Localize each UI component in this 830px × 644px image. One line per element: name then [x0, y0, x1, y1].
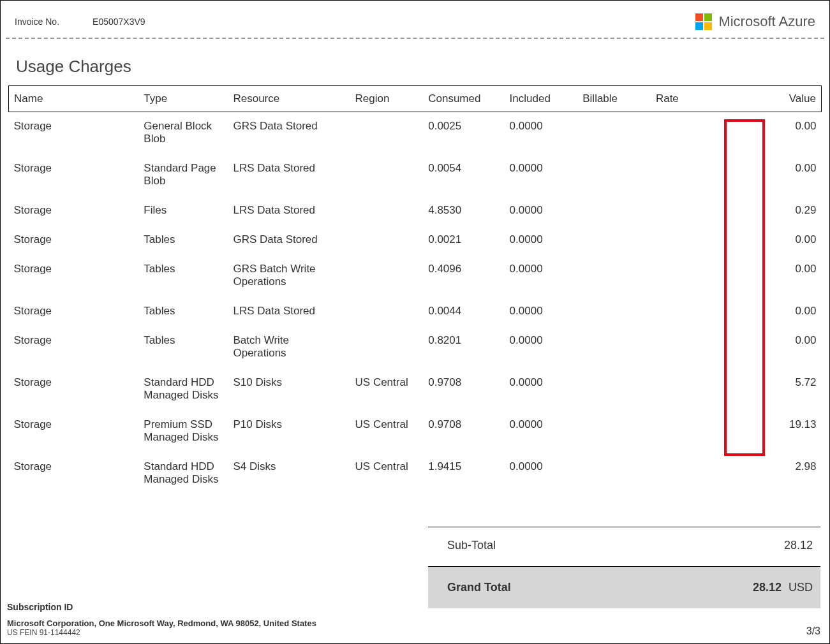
grand-total-currency: USD	[789, 581, 813, 594]
cell-rate	[651, 154, 740, 196]
section-title: Usage Charges	[16, 57, 829, 77]
cell-included: 0.0000	[505, 112, 578, 155]
cell-billable	[577, 196, 651, 226]
usage-charges-table: Name Type Resource Region Consumed Inclu…	[8, 85, 822, 495]
cell-resource: S10 Disks	[228, 369, 350, 411]
table-row: StorageGeneral Block BlobGRS Data Stored…	[9, 112, 822, 155]
cell-name: Storage	[9, 255, 139, 297]
subscription-id-label: Subscription ID	[7, 602, 820, 612]
microsoft-logo-icon	[695, 13, 712, 30]
cell-billable	[577, 226, 651, 255]
cell-included: 0.0000	[505, 326, 578, 369]
cell-rate	[651, 297, 740, 326]
cell-name: Storage	[9, 326, 139, 369]
grand-total-label: Grand Total	[447, 581, 511, 594]
col-billable: Billable	[577, 86, 651, 112]
cell-included: 0.0000	[505, 255, 578, 297]
table-row: StorageStandard Page BlobLRS Data Stored…	[9, 154, 822, 196]
cell-value: 0.00	[740, 326, 821, 369]
cell-resource: P10 Disks	[228, 411, 350, 453]
cell-billable	[577, 453, 651, 495]
cell-rate	[651, 226, 740, 255]
cell-rate	[651, 453, 740, 495]
cell-region	[350, 196, 424, 226]
invoice-number-block: Invoice No. E05007X3V9	[15, 17, 145, 27]
cell-consumed: 0.0021	[423, 226, 504, 255]
cell-included: 0.0000	[505, 369, 578, 411]
usage-table-wrap: Name Type Resource Region Consumed Inclu…	[8, 85, 822, 495]
table-row: StoragePremium SSD Managed DisksP10 Disk…	[9, 411, 822, 453]
svg-rect-1	[704, 13, 712, 21]
cell-included: 0.0000	[505, 453, 578, 495]
cell-consumed: 0.8201	[423, 326, 504, 369]
grand-total-value: 28.12	[753, 581, 782, 594]
col-name: Name	[9, 86, 139, 112]
cell-value: 0.00	[740, 297, 821, 326]
cell-resource: GRS Data Stored	[228, 112, 350, 155]
cell-region: US Central	[350, 369, 424, 411]
header-divider	[6, 38, 824, 39]
subtotal-row: Sub-Total 28.12	[428, 527, 820, 566]
company-address: Microsoft Corporation, One Microsoft Way…	[7, 618, 820, 628]
cell-consumed: 1.9415	[423, 453, 504, 495]
subtotal-label: Sub-Total	[447, 539, 496, 552]
cell-region: US Central	[350, 453, 424, 495]
table-row: StorageTablesGRS Batch Write Operations0…	[9, 255, 822, 297]
cell-rate	[651, 411, 740, 453]
cell-rate	[651, 326, 740, 369]
cell-type: General Block Blob	[138, 112, 228, 155]
cell-resource: LRS Data Stored	[228, 154, 350, 196]
cell-region	[350, 154, 424, 196]
cell-type: Standard HDD Managed Disks	[138, 369, 228, 411]
table-header-row: Name Type Resource Region Consumed Inclu…	[9, 86, 822, 112]
cell-region: US Central	[350, 411, 424, 453]
table-row: StorageTablesLRS Data Stored0.00440.0000…	[9, 297, 822, 326]
page-number: 3/3	[806, 626, 820, 637]
cell-value: 0.00	[740, 226, 821, 255]
table-row: StorageFilesLRS Data Stored4.85300.00000…	[9, 196, 822, 226]
cell-name: Storage	[9, 112, 139, 155]
cell-region	[350, 255, 424, 297]
cell-value: 2.98	[740, 453, 821, 495]
cell-name: Storage	[9, 154, 139, 196]
brand-name: Microsoft Azure	[718, 13, 815, 30]
cell-type: Tables	[138, 226, 228, 255]
cell-billable	[577, 255, 651, 297]
table-row: StorageTablesBatch Write Operations0.820…	[9, 326, 822, 369]
cell-included: 0.0000	[505, 411, 578, 453]
cell-value: 19.13	[740, 411, 821, 453]
cell-name: Storage	[9, 226, 139, 255]
svg-rect-0	[695, 13, 703, 21]
cell-consumed: 0.0054	[423, 154, 504, 196]
cell-value: 0.00	[740, 154, 821, 196]
cell-billable	[577, 297, 651, 326]
subtotal-value: 28.12	[784, 539, 813, 552]
cell-region	[350, 297, 424, 326]
brand-block: Microsoft Azure	[695, 13, 815, 30]
cell-rate	[651, 369, 740, 411]
table-row: StorageStandard HDD Managed DisksS10 Dis…	[9, 369, 822, 411]
cell-type: Tables	[138, 255, 228, 297]
cell-billable	[577, 154, 651, 196]
svg-rect-3	[704, 22, 712, 30]
cell-type: Tables	[138, 326, 228, 369]
cell-consumed: 0.0025	[423, 112, 504, 155]
cell-resource: Batch Write Operations	[228, 326, 350, 369]
cell-consumed: 0.9708	[423, 369, 504, 411]
cell-included: 0.0000	[505, 196, 578, 226]
cell-consumed: 0.0044	[423, 297, 504, 326]
cell-resource: LRS Data Stored	[228, 297, 350, 326]
cell-name: Storage	[9, 369, 139, 411]
cell-rate	[651, 255, 740, 297]
cell-consumed: 4.8530	[423, 196, 504, 226]
cell-billable	[577, 112, 651, 155]
cell-included: 0.0000	[505, 154, 578, 196]
col-region: Region	[350, 86, 424, 112]
cell-name: Storage	[9, 297, 139, 326]
cell-resource: GRS Data Stored	[228, 226, 350, 255]
cell-region	[350, 326, 424, 369]
svg-rect-2	[695, 22, 703, 30]
invoice-footer: Subscription ID Microsoft Corporation, O…	[7, 602, 820, 637]
cell-value: 5.72	[740, 369, 821, 411]
cell-resource: GRS Batch Write Operations	[228, 255, 350, 297]
